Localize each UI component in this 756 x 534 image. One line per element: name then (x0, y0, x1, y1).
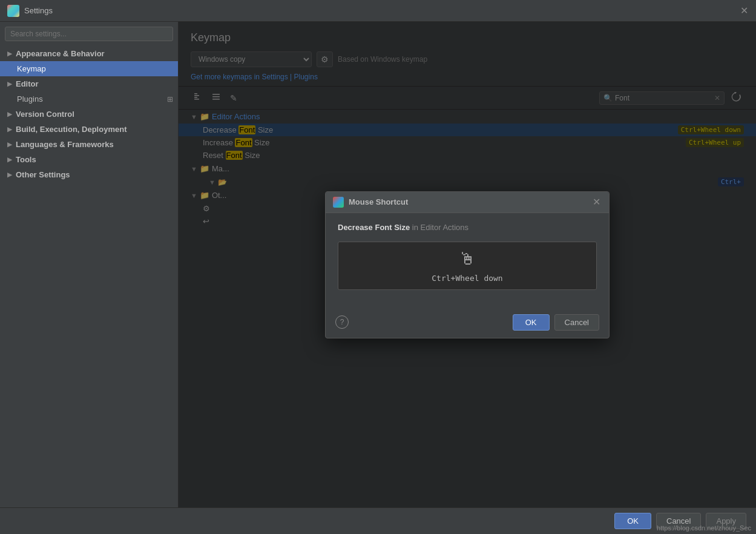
main-layout: ▶ Appearance & Behavior Keymap ▶ Editor … (0, 22, 756, 507)
sidebar-item-plugins[interactable]: Plugins ⊞ (0, 91, 178, 107)
title-bar: Settings ✕ (0, 0, 756, 22)
chevron-icon: ▶ (7, 111, 12, 117)
search-input[interactable] (5, 27, 173, 41)
sidebar-item-label: Appearance & Behavior (16, 49, 105, 58)
modal-ok-button[interactable]: OK (513, 314, 550, 331)
sidebar-item-label: Languages & Frameworks (16, 140, 114, 149)
sidebar: ▶ Appearance & Behavior Keymap ▶ Editor … (0, 22, 179, 507)
sidebar-item-version-control[interactable]: ▶ Version Control (0, 107, 178, 122)
modal-app-icon (333, 197, 344, 208)
sidebar-item-other-settings[interactable]: ▶ Other Settings (0, 167, 178, 182)
chevron-icon: ▶ (7, 141, 12, 148)
modal-section-name: Editor Actions (421, 223, 469, 232)
sidebar-item-label: Keymap (17, 64, 46, 73)
status-url: https://blog.csdn.net/zhouy_Sec (652, 522, 756, 534)
copy-icon: ⊞ (167, 95, 173, 104)
chevron-icon: ▶ (7, 156, 12, 163)
modal-action-name: Decrease Font Size (338, 223, 410, 232)
chevron-icon: ▶ (7, 81, 12, 87)
shortcut-display-text: Ctrl+Wheel down (432, 274, 502, 283)
modal-overlay: Mouse Shortcut ✕ Decrease Font Size in E… (179, 22, 756, 507)
content-area: Keymap Windows copy ⚙ Based on Windows k… (179, 22, 756, 507)
chevron-icon: ▶ (7, 171, 12, 178)
sidebar-item-editor[interactable]: ▶ Editor (0, 76, 178, 91)
sidebar-item-label: Build, Execution, Deployment (16, 125, 127, 134)
help-button[interactable]: ? (335, 315, 349, 329)
sidebar-item-appearance[interactable]: ▶ Appearance & Behavior (0, 46, 178, 61)
bottom-bar: OK Cancel Apply https://blog.csdn.net/zh… (0, 507, 756, 534)
sidebar-item-label: Other Settings (16, 170, 70, 179)
sidebar-item-label: Version Control (16, 110, 74, 119)
sidebar-item-build[interactable]: ▶ Build, Execution, Deployment (0, 122, 178, 137)
modal-cancel-button[interactable]: Cancel (554, 314, 599, 331)
modal-footer: ? OK Cancel (326, 309, 609, 338)
sidebar-item-languages[interactable]: ▶ Languages & Frameworks (0, 137, 178, 152)
sidebar-item-label: Plugins (17, 94, 43, 104)
close-button[interactable]: ✕ (739, 6, 749, 16)
sidebar-item-label: Editor (16, 79, 39, 88)
modal-title-bar: Mouse Shortcut ✕ (326, 192, 609, 213)
modal-dialog: Mouse Shortcut ✕ Decrease Font Size in E… (325, 191, 610, 338)
sidebar-item-tools[interactable]: ▶ Tools (0, 152, 178, 167)
sidebar-item-keymap[interactable]: Keymap (0, 61, 178, 76)
chevron-icon: ▶ (7, 50, 12, 57)
modal-title: Mouse Shortcut (349, 197, 586, 206)
ok-button[interactable]: OK (614, 513, 651, 529)
modal-shortcut-display: 🖱 Ctrl+Wheel down (338, 242, 597, 290)
app-icon (7, 5, 19, 17)
modal-in-text: in (412, 223, 421, 232)
sidebar-item-label: Tools (16, 155, 36, 164)
modal-body: Decrease Font Size in Editor Actions 🖱 C… (326, 213, 609, 309)
modal-description: Decrease Font Size in Editor Actions (338, 223, 597, 232)
chevron-icon: ▶ (7, 126, 12, 133)
modal-close-button[interactable]: ✕ (591, 197, 602, 208)
mouse-icon: 🖱 (459, 249, 476, 269)
window-title: Settings (24, 6, 53, 15)
